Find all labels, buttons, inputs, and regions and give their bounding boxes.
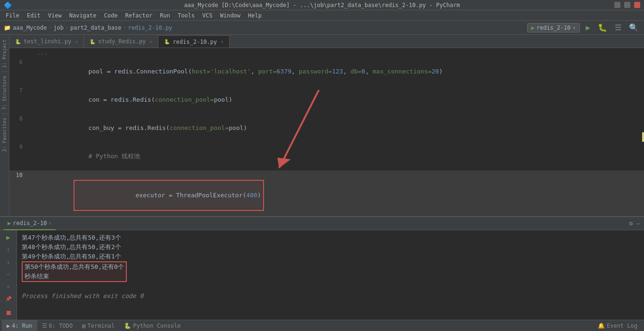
breadcrumb-file[interactable]: redis_2-10.py <box>128 24 172 31</box>
menu-refactor[interactable]: Refactor <box>121 10 156 21</box>
code-line-top: ... <box>9 48 644 57</box>
run-button[interactable]: ▶ <box>584 23 592 32</box>
breadcrumb-project[interactable]: aaa_Mycode <box>13 24 47 31</box>
panel-pin-btn[interactable]: 📌 <box>3 293 14 304</box>
menu-code[interactable]: Code <box>100 10 122 21</box>
sidebar-structure-label[interactable]: 7: Structure <box>1 73 8 113</box>
red-box-line10: executor = ThreadPoolExecutor(400) <box>74 180 264 211</box>
run-config-label: redis_2-10 <box>537 24 570 31</box>
panel-settings-btn[interactable]: ⚙ — <box>629 220 640 227</box>
menu-edit[interactable]: Edit <box>23 10 44 21</box>
line-content-8: con_buy = redis.Redis(connection_pool=po… <box>35 114 644 142</box>
output-red-box: 第50个秒杀成功,总共有50,还有0个 秒杀结束 <box>22 261 127 282</box>
footer-tab-todo[interactable]: ☰ 6: TODO <box>37 320 78 331</box>
footer-run-label: 4: Run <box>12 323 32 329</box>
panel-output: 第47个秒杀成功,总共有50,还有3个 第48个秒杀成功,总共有50,还有2个 … <box>17 230 644 320</box>
footer-python-icon: 🐍 <box>124 323 131 329</box>
breadcrumb-folder1[interactable]: job <box>53 24 64 31</box>
line-content-9: # Python 线程池 <box>35 142 644 170</box>
footer-python-label: Python Console <box>133 323 181 329</box>
line-content-top: ... <box>35 48 644 57</box>
code-line-10: 10 executor = ThreadPoolExecutor(400) <box>9 170 644 216</box>
tab-close-1[interactable]: ✕ <box>75 39 78 44</box>
footer-right: 🔔 Event Log <box>593 320 642 331</box>
footer-eventlog-tab[interactable]: 🔔 Event Log <box>593 320 642 331</box>
menu-navigate[interactable]: Navigate <box>66 10 100 21</box>
breadcrumb: 📁 aaa_Mycode › job › part2_data_base › r… <box>4 24 172 31</box>
panel-tab-close[interactable]: ✕ <box>49 220 51 226</box>
line-content-6: pool = redis.ConnectionPool(host='localh… <box>35 57 644 86</box>
output-line-end: 秒杀结束 <box>25 272 124 281</box>
output-line-49: 第49个秒杀成功,总共有50,还有1个 <box>22 252 639 261</box>
project-icon: 📁 <box>4 24 11 31</box>
tab-icon-3: 🐍 <box>164 39 170 44</box>
footer-eventlog-icon: 🔔 <box>598 323 605 329</box>
tab-close-2[interactable]: ✕ <box>149 39 152 44</box>
panel-run-btn[interactable]: ▶ <box>3 232 14 242</box>
footer-terminal-icon: ▤ <box>82 323 85 329</box>
footer-tabs: ▶ 4: Run ☰ 6: TODO ▤ Terminal 🐍 Python C… <box>0 320 644 331</box>
output-line-48: 第48个秒杀成功,总共有50,还有2个 <box>22 242 639 252</box>
minimize-btn[interactable] <box>614 2 620 8</box>
footer-terminal-label: Terminal <box>87 323 115 329</box>
line-content-10: executor = ThreadPoolExecutor(400) <box>35 170 644 216</box>
breadcrumb-folder2[interactable]: part2_data_base <box>70 24 121 31</box>
code-line-9: 9 # Python 线程池 <box>9 142 644 170</box>
code-editor[interactable]: ... 6 pool = redis.ConnectionPool(host='… <box>9 48 644 216</box>
menu-run[interactable]: Run <box>156 10 174 21</box>
footer-tab-terminal[interactable]: ▤ Terminal <box>77 320 119 331</box>
run-config-selector[interactable]: ▶ redis_2-10 ▾ <box>527 23 580 32</box>
window-controls <box>614 2 640 8</box>
line-num-10: 10 <box>9 170 28 180</box>
menu-view[interactable]: View <box>44 10 66 21</box>
tab-test-linshi[interactable]: 🐍 test_linshi.py ✕ <box>9 35 84 48</box>
debug-button[interactable]: 🐛 <box>596 23 609 32</box>
sidebar-divider <box>2 72 8 72</box>
menu-bar: File Edit View Navigate Code Refactor Ru… <box>0 10 644 21</box>
panel-tab-bar: ▶ redis_2-10 ✕ ⚙ — <box>0 217 644 230</box>
tab-label-3: redis_2-10.py <box>173 39 217 45</box>
line-num-9: 9 <box>9 142 28 152</box>
output-line-exit: Process finished with exit code 0 <box>22 291 639 301</box>
scroll-indicator <box>642 132 644 142</box>
footer-tab-python-console[interactable]: 🐍 Python Console <box>119 320 185 331</box>
panel-scroll-up-btn[interactable]: ↑ <box>3 244 14 255</box>
menu-window[interactable]: Window <box>216 10 244 21</box>
line-num-8: 8 <box>9 114 28 123</box>
footer-tab-run[interactable]: ▶ 4: Run <box>2 320 37 331</box>
search-button[interactable]: 🔍 <box>627 23 640 32</box>
tab-redis-2-10[interactable]: 🐍 redis_2-10.py ✕ <box>158 35 230 48</box>
panel-align-btn[interactable]: ≡ <box>3 281 14 291</box>
menu-file[interactable]: File <box>2 10 23 21</box>
run-icon: ▶ <box>8 220 11 226</box>
editor-tab-bar: 🐍 test_linshi.py ✕ 🐍 study_Redis.py ✕ 🐍 … <box>9 35 644 48</box>
tab-icon-2: 🐍 <box>90 39 95 44</box>
tab-close-3[interactable]: ✕ <box>221 39 223 44</box>
run-config-dropdown-icon[interactable]: ▾ <box>572 24 576 31</box>
coverage-button[interactable]: ☰ <box>613 23 623 32</box>
menu-vcs[interactable]: VCS <box>198 10 216 21</box>
maximize-btn[interactable] <box>624 2 630 8</box>
footer-todo-label: 6: TODO <box>49 323 73 329</box>
main-area: 1: Project 7: Structure 2: Favorites 🐍 t… <box>0 35 644 216</box>
panel-tab-run[interactable]: ▶ redis_2-10 ✕ <box>4 217 56 230</box>
sep3: › <box>123 25 126 30</box>
tab-label-2: study_Redis.py <box>98 38 146 45</box>
menu-tools[interactable]: Tools <box>174 10 198 21</box>
line-num-7: 7 <box>9 86 28 95</box>
sep1: › <box>49 25 51 30</box>
code-line-7: 7 con = redis.Redis(connection_pool=pool… <box>9 86 644 114</box>
tab-study-redis[interactable]: 🐍 study_Redis.py ✕ <box>84 35 158 48</box>
panel-stop-btn[interactable]: ⏹ <box>3 307 14 318</box>
panel-run-label: redis_2-10 <box>13 220 47 226</box>
menu-help[interactable]: Help <box>244 10 265 21</box>
footer-todo-icon: ☰ <box>42 323 47 329</box>
panel-content-area: ▶ ↑ ↓ ↩ ≡ 📌 ⏹ 第47个秒杀成功,总共有50,还有3个 第48个秒杀… <box>0 230 644 320</box>
sep2: › <box>66 25 68 30</box>
sidebar-favorites-label[interactable]: 2: Favorites <box>1 115 8 154</box>
panel-wrap-btn[interactable]: ↩ <box>3 269 14 279</box>
panel-scroll-down-btn[interactable]: ↓ <box>3 257 14 267</box>
code-line-6: 6 pool = redis.ConnectionPool(host='loca… <box>9 57 644 86</box>
sidebar-project-label[interactable]: 1: Project <box>1 37 8 71</box>
close-btn[interactable] <box>634 2 640 8</box>
